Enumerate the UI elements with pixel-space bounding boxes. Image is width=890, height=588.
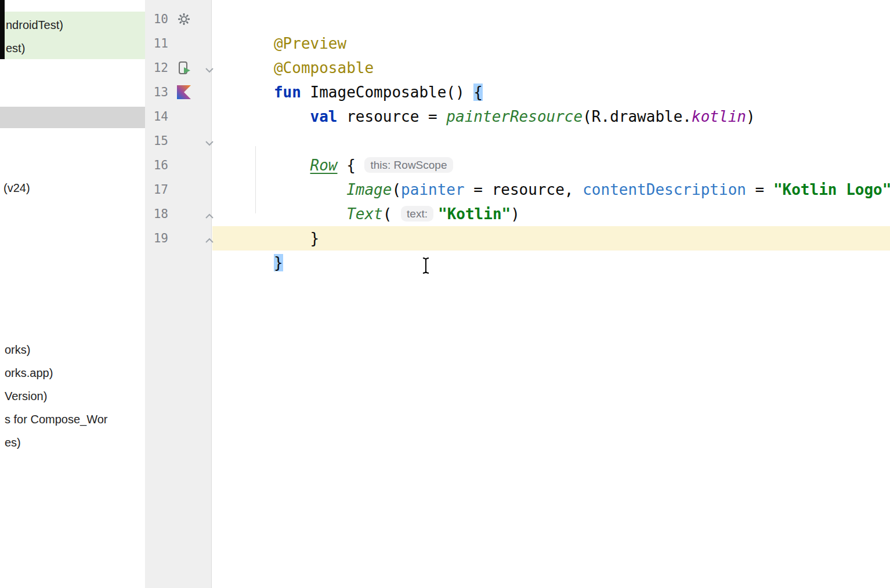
code-token: contentDescription: [583, 181, 746, 198]
matched-brace: }: [274, 254, 283, 271]
code-token: (R.drawable.: [583, 108, 692, 125]
code-token: = resource,: [465, 181, 583, 198]
tree-item[interactable]: s for Compose_Wor: [0, 408, 146, 431]
tree-item[interactable]: orks.app): [0, 361, 146, 384]
text-cursor-icon: [421, 256, 430, 277]
code-token: @Preview: [274, 35, 346, 52]
gutter-row: 14: [145, 104, 211, 129]
tree-item[interactable]: Version): [0, 384, 146, 408]
code-token: }: [274, 230, 319, 247]
code-token: painterResource: [446, 108, 583, 125]
code-token: (: [383, 205, 401, 223]
code-token: Text: [346, 205, 383, 223]
kotlin-logo-icon[interactable]: [177, 85, 191, 99]
code-token: "Kotlin": [438, 205, 511, 223]
code-token: resource =: [346, 108, 446, 125]
gutter-row: 18: [145, 202, 211, 226]
fold-marker-down-icon[interactable]: [205, 65, 214, 71]
tree-item[interactable]: est): [0, 37, 146, 60]
code-token: [274, 108, 310, 125]
tree-selected-row[interactable]: [0, 107, 145, 128]
code-token: ): [511, 205, 520, 223]
gutter-row: 11: [145, 31, 211, 56]
code-token: =: [746, 181, 773, 198]
code-token: fun: [274, 84, 310, 101]
inlay-hint-text-param[interactable]: text:: [401, 206, 433, 222]
line-number[interactable]: 13: [150, 80, 168, 104]
gutter-row: 10: [145, 7, 211, 31]
line-number[interactable]: 12: [150, 56, 168, 80]
code-line[interactable]: @Preview: [212, 7, 890, 31]
run-preview-icon[interactable]: [177, 61, 191, 75]
editor-gutter: 10 11 12: [145, 0, 212, 588]
line-number[interactable]: 19: [150, 226, 168, 251]
code-token: Row: [310, 157, 338, 174]
code-token: ): [746, 108, 755, 125]
code-token: painter: [401, 181, 465, 198]
ide-window: ndroidTest) est) (v24) orks) orks.app) V…: [0, 0, 890, 588]
gutter-row: 12: [145, 56, 211, 80]
tree-item[interactable]: orks): [0, 338, 146, 361]
matched-brace: {: [473, 84, 483, 101]
inlay-hint-rowscope[interactable]: this: RowScope: [364, 157, 453, 173]
tree-item[interactable]: ndroidTest): [0, 13, 146, 37]
line-number[interactable]: 18: [150, 202, 168, 226]
gutter-row: 19: [145, 226, 211, 251]
code-token: [274, 181, 346, 198]
gutter-row: 17: [145, 177, 211, 202]
line-number[interactable]: 15: [150, 129, 168, 153]
line-number[interactable]: 16: [150, 153, 168, 177]
code-token: @Composable: [274, 59, 374, 77]
line-number[interactable]: 10: [150, 7, 168, 31]
code-editor[interactable]: @Preview @Composable fun ImageComposable…: [212, 0, 890, 588]
code-token: val: [310, 108, 347, 125]
code-token: (: [392, 181, 401, 198]
indent-guide: [255, 146, 256, 213]
line-number[interactable]: 11: [150, 31, 168, 56]
code-line[interactable]: Row { this: RowScope: [212, 129, 890, 153]
code-token: "Kotlin Logo": [773, 181, 890, 198]
project-tree-panel: ndroidTest) est) (v24) orks) orks.app) V…: [0, 0, 146, 588]
line-number[interactable]: 17: [150, 177, 168, 202]
line-number[interactable]: 14: [150, 104, 168, 129]
code-token: ImageComposable(): [310, 84, 474, 101]
gutter-row: 13: [145, 80, 211, 104]
code-token: {: [338, 157, 365, 174]
tree-item[interactable]: (v24): [0, 176, 146, 199]
gutter-row: 15: [145, 129, 211, 153]
code-token: kotlin: [692, 108, 746, 125]
fold-marker-up-icon[interactable]: [205, 211, 214, 217]
fold-marker-down-icon[interactable]: [205, 138, 214, 144]
code-token: [274, 205, 346, 223]
code-token: Image: [346, 181, 392, 198]
tree-item[interactable]: es): [0, 431, 146, 454]
gear-icon[interactable]: [177, 12, 191, 26]
gutter-row: 16: [145, 153, 211, 177]
code-token: [274, 157, 310, 174]
fold-marker-up-icon[interactable]: [205, 235, 214, 241]
dark-strip: [0, 0, 5, 59]
